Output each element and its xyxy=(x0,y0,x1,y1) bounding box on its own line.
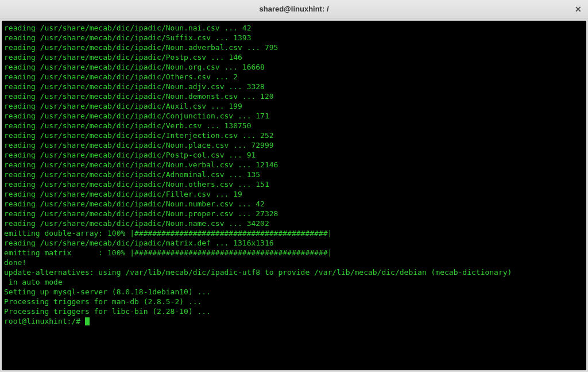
terminal-line: reading /usr/share/mecab/dic/ipadic/Noun… xyxy=(4,62,584,72)
terminal-line: reading /usr/share/mecab/dic/ipadic/Conj… xyxy=(4,111,584,121)
terminal-line: reading /usr/share/mecab/dic/ipadic/Noun… xyxy=(4,43,584,52)
terminal-line: emitting double-array: 100% |###########… xyxy=(4,228,584,238)
terminal-line: Processing triggers for libc-bin (2.28-1… xyxy=(4,306,584,316)
terminal-line: reading /usr/share/mecab/dic/ipadic/Auxi… xyxy=(4,101,584,111)
terminal-output: reading /usr/share/mecab/dic/ipadic/Noun… xyxy=(4,23,584,326)
terminal-line: reading /usr/share/mecab/dic/ipadic/Suff… xyxy=(4,33,584,43)
terminal-line: done! xyxy=(4,258,584,267)
terminal-line: reading /usr/share/mecab/dic/ipadic/Post… xyxy=(4,150,584,160)
terminal-line: reading /usr/share/mecab/dic/ipadic/Noun… xyxy=(4,23,584,33)
terminal-line: emitting matrix : 100% |################… xyxy=(4,248,584,258)
window-title: shared@linuxhint: / xyxy=(0,5,588,13)
terminal-line: reading /usr/share/mecab/dic/ipadic/Verb… xyxy=(4,121,584,131)
cursor-icon xyxy=(85,317,90,325)
terminal-line: update-alternatives: using /var/lib/meca… xyxy=(4,267,584,277)
prompt-text: root@linuxhint:/# xyxy=(4,317,85,325)
terminal-line: in auto mode xyxy=(4,277,584,287)
terminal-line: reading /usr/share/mecab/dic/ipadic/Noun… xyxy=(4,140,584,150)
terminal-line: reading /usr/share/mecab/dic/ipadic/Inte… xyxy=(4,131,584,140)
terminal-line: reading /usr/share/mecab/dic/ipadic/Adno… xyxy=(4,170,584,179)
terminal-line: reading /usr/share/mecab/dic/ipadic/Noun… xyxy=(4,160,584,170)
terminal-line: reading /usr/share/mecab/dic/ipadic/Noun… xyxy=(4,179,584,189)
terminal-line: reading /usr/share/mecab/dic/ipadic/Post… xyxy=(4,52,584,62)
close-icon[interactable]: ✕ xyxy=(573,4,583,14)
terminal-line: reading /usr/share/mecab/dic/ipadic/Noun… xyxy=(4,199,584,209)
window-titlebar: shared@linuxhint: / ✕ xyxy=(0,0,588,18)
terminal-line: reading /usr/share/mecab/dic/ipadic/Noun… xyxy=(4,218,584,228)
terminal-line: reading /usr/share/mecab/dic/ipadic/Noun… xyxy=(4,209,584,218)
terminal-pane[interactable]: reading /usr/share/mecab/dic/ipadic/Noun… xyxy=(0,18,588,372)
terminal-line: reading /usr/share/mecab/dic/ipadic/Fill… xyxy=(4,189,584,199)
terminal-line: reading /usr/share/mecab/dic/ipadic/Othe… xyxy=(4,72,584,82)
terminal-line: Processing triggers for man-db (2.8.5-2)… xyxy=(4,297,584,306)
terminal-line: Setting up mysql-server (8.0.18-1debian1… xyxy=(4,287,584,297)
terminal-line: reading /usr/share/mecab/dic/ipadic/Noun… xyxy=(4,91,584,101)
terminal-prompt[interactable]: root@linuxhint:/# xyxy=(4,316,584,326)
terminal-line: reading /usr/share/mecab/dic/ipadic/matr… xyxy=(4,238,584,248)
terminal-line: reading /usr/share/mecab/dic/ipadic/Noun… xyxy=(4,82,584,91)
